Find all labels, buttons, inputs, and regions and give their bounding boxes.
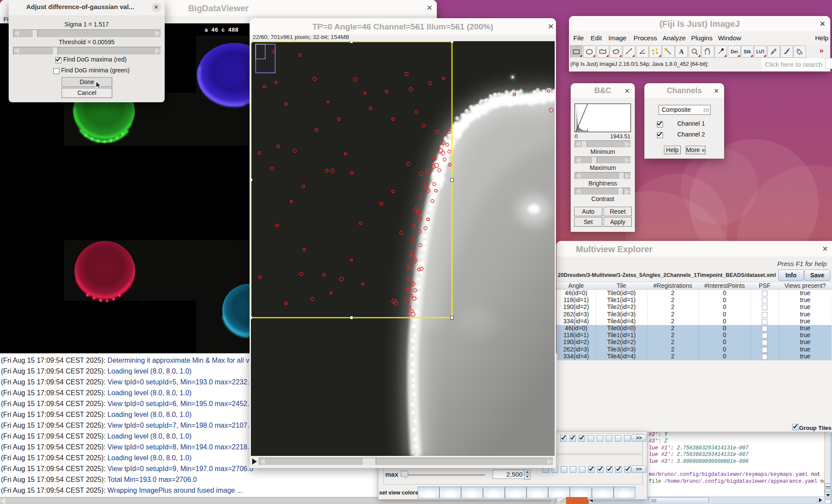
svg-text:Dev: Dev	[731, 49, 738, 54]
svg-text:LUT: LUT	[756, 49, 764, 54]
svg-text:a 46 c 488: a 46 c 488	[205, 27, 238, 33]
svg-text:Stk: Stk	[744, 49, 751, 54]
svg-text:A: A	[679, 48, 684, 55]
